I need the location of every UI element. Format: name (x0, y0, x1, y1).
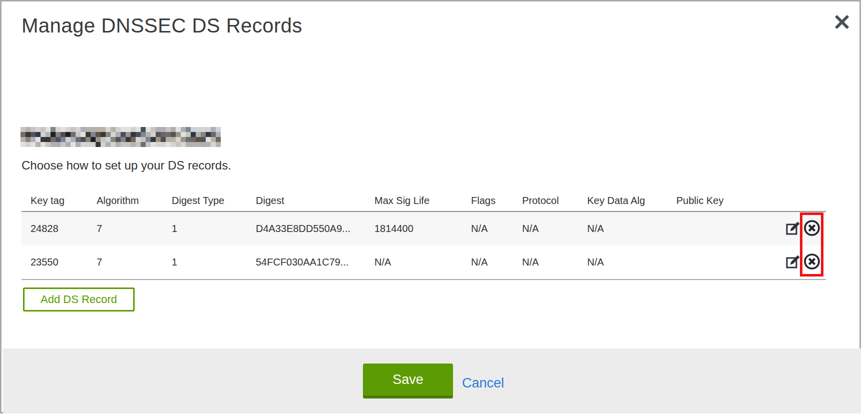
cell-protocol: N/A (522, 223, 587, 234)
cell-digest-type: 1 (172, 256, 256, 268)
cell-key-tag: 23550 (22, 256, 97, 268)
save-button[interactable]: Save (363, 364, 453, 398)
edit-record-button[interactable] (785, 220, 800, 237)
edit-pencil-icon (785, 220, 800, 237)
column-header-protocol: Protocol (522, 195, 587, 206)
column-header-key-data-alg: Key Data Alg (587, 195, 676, 206)
cell-algorithm: 7 (97, 223, 172, 234)
circle-x-delete-icon (803, 219, 821, 238)
modal-footer: Save Cancel (3, 348, 861, 414)
column-header-digest: Digest (256, 195, 374, 206)
column-header-key-tag: Key tag (22, 195, 97, 206)
dnssec-ds-records-modal: Manage DNSSEC DS Records Choose how to s… (0, 0, 861, 414)
column-header-public-key: Public Key (676, 195, 756, 206)
cell-digest: D4A33E8DD550A9... (256, 223, 374, 234)
cell-max-sig-life: 1814400 (374, 223, 471, 234)
table-header-row: Key tag Algorithm Digest Type Digest Max… (22, 190, 826, 212)
circle-x-delete-icon (803, 252, 821, 272)
column-header-digest-type: Digest Type (172, 195, 256, 206)
cell-digest-type: 1 (172, 223, 256, 234)
add-ds-record-button[interactable]: Add DS Record (23, 288, 135, 312)
cell-digest: 54FCF030AA1C79... (256, 256, 374, 268)
edit-record-button[interactable] (785, 254, 800, 270)
cell-key-data-alg: N/A (587, 256, 676, 268)
column-header-flags: Flags (471, 195, 522, 206)
close-button[interactable] (832, 12, 852, 32)
redacted-domain-name (21, 127, 221, 147)
column-header-max-sig-life: Max Sig Life (374, 195, 471, 206)
cell-key-data-alg: N/A (587, 223, 676, 234)
column-header-algorithm: Algorithm (97, 195, 172, 206)
cell-flags: N/A (471, 223, 522, 234)
edit-pencil-icon (785, 254, 800, 270)
delete-record-button[interactable] (803, 219, 821, 238)
cell-key-tag: 24828 (22, 223, 97, 234)
table-row: 24828 7 1 D4A33E8DD550A9... 1814400 N/A … (22, 212, 826, 246)
ds-records-table: Key tag Algorithm Digest Type Digest Max… (22, 190, 826, 280)
table-row: 23550 7 1 54FCF030AA1C79... N/A N/A N/A … (22, 246, 826, 279)
cell-algorithm: 7 (97, 256, 172, 268)
page-title: Manage DNSSEC DS Records (22, 14, 302, 37)
close-icon (833, 24, 850, 32)
cell-flags: N/A (471, 256, 522, 268)
instruction-text: Choose how to set up your DS records. (22, 158, 231, 172)
cell-protocol: N/A (522, 256, 587, 268)
cancel-link[interactable]: Cancel (462, 376, 504, 391)
delete-record-button[interactable] (803, 252, 821, 272)
cell-max-sig-life: N/A (374, 256, 471, 268)
